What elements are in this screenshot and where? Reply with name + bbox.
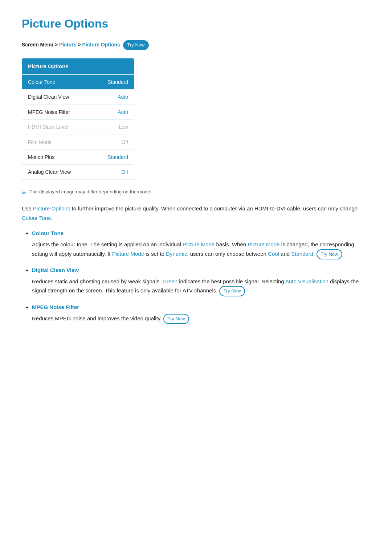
- menu-label-film-mode: Film Mode: [28, 138, 52, 146]
- menu-label-analog-clean-view: Analog Clean View: [28, 168, 71, 176]
- pencil-icon: ✏: [22, 188, 26, 198]
- cool-link[interactable]: Cool: [268, 251, 279, 257]
- breadcrumb: Screen Menu > Picture > Picture Options …: [22, 40, 370, 50]
- page-title: Picture Options: [22, 15, 370, 33]
- note-text: The displayed image may differ depending…: [29, 188, 153, 196]
- menu-value-hdmi-black-level: Low: [119, 123, 128, 131]
- menu-row-colour-tone[interactable]: Colour Tone Standard: [22, 74, 134, 89]
- menu-label-mpeg-noise-filter: MPEG Noise Filter: [28, 108, 70, 116]
- breadcrumb-prefix: Screen Menu >: [22, 42, 59, 48]
- menu-label-colour-tone: Colour Tone: [28, 78, 55, 86]
- menu-row-mpeg-noise-filter[interactable]: MPEG Noise Filter Auto: [22, 104, 134, 119]
- section-body-digital-clean-view: Reduces static and ghosting caused by we…: [32, 277, 370, 296]
- sections-list: Colour Tone Adjusts the colour tone. The…: [22, 229, 370, 324]
- try-now-badge-colour-tone[interactable]: Try Now: [317, 249, 343, 259]
- menu-label-digital-clean-view: Digital Clean View: [28, 93, 69, 101]
- section-title-colour-tone[interactable]: Colour Tone: [32, 229, 370, 238]
- intro-paragraph: Use Picture Options to further improve t…: [22, 204, 370, 222]
- breadcrumb-picture-options-link[interactable]: Picture Options: [82, 42, 120, 48]
- section-body-mpeg-noise-filter: Reduces MPEG noise and improves the vide…: [32, 314, 370, 324]
- section-title-digital-clean-view[interactable]: Digital Clean View: [32, 266, 370, 275]
- menu-label-motion-plus: Motion Plus: [28, 153, 54, 161]
- section-title-mpeg-noise-filter[interactable]: MPEG Noise Filter: [32, 303, 370, 312]
- intro-picture-options-link[interactable]: Picture Options: [33, 205, 70, 212]
- menu-label-hdmi-black-level: HDMI Black Level: [28, 123, 68, 131]
- section-mpeg-noise-filter: MPEG Noise Filter Reduces MPEG noise and…: [32, 303, 370, 324]
- menu-header: Picture Options: [22, 58, 134, 74]
- menu-row-hdmi-black-level[interactable]: HDMI Black Level Low: [22, 119, 134, 134]
- dynamic-link[interactable]: Dynamic: [166, 251, 187, 257]
- note-row: ✏ The displayed image may differ dependi…: [22, 188, 370, 198]
- picture-options-menu: Picture Options Colour Tone Standard Dig…: [22, 58, 134, 180]
- menu-value-colour-tone: Standard: [107, 78, 128, 86]
- standard-link[interactable]: Standard: [291, 251, 313, 257]
- menu-value-analog-clean-view: Off: [122, 168, 128, 176]
- breadcrumb-try-now-badge[interactable]: Try Now: [123, 40, 149, 50]
- intro-colour-tone-link[interactable]: Colour Tone: [22, 215, 51, 221]
- menu-value-film-mode: Off: [122, 138, 128, 146]
- breadcrumb-sep1: >: [77, 42, 82, 48]
- picture-mode-link-3[interactable]: Picture Mode: [112, 251, 144, 257]
- picture-mode-link-2[interactable]: Picture Mode: [248, 241, 279, 247]
- breadcrumb-picture-link[interactable]: Picture: [59, 42, 76, 48]
- menu-row-film-mode[interactable]: Film Mode Off: [22, 135, 134, 149]
- menu-value-digital-clean-view: Auto: [118, 93, 128, 101]
- menu-row-analog-clean-view[interactable]: Analog Clean View Off: [22, 164, 134, 179]
- auto-visualisation-link[interactable]: Auto Visualisation: [285, 278, 328, 284]
- picture-mode-link-1[interactable]: Picture Mode: [183, 241, 215, 247]
- menu-value-mpeg-noise-filter: Auto: [118, 108, 128, 116]
- section-digital-clean-view: Digital Clean View Reduces static and gh…: [32, 266, 370, 296]
- try-now-badge-digital-clean-view[interactable]: Try Now: [219, 286, 245, 296]
- green-link[interactable]: Green: [162, 278, 177, 284]
- section-body-colour-tone: Adjusts the colour tone. The setting is …: [32, 240, 370, 259]
- try-now-badge-mpeg-noise-filter[interactable]: Try Now: [163, 314, 189, 324]
- menu-value-motion-plus: Standard: [107, 153, 128, 161]
- menu-row-motion-plus[interactable]: Motion Plus Standard: [22, 149, 134, 164]
- menu-row-digital-clean-view[interactable]: Digital Clean View Auto: [22, 89, 134, 104]
- section-colour-tone: Colour Tone Adjusts the colour tone. The…: [32, 229, 370, 259]
